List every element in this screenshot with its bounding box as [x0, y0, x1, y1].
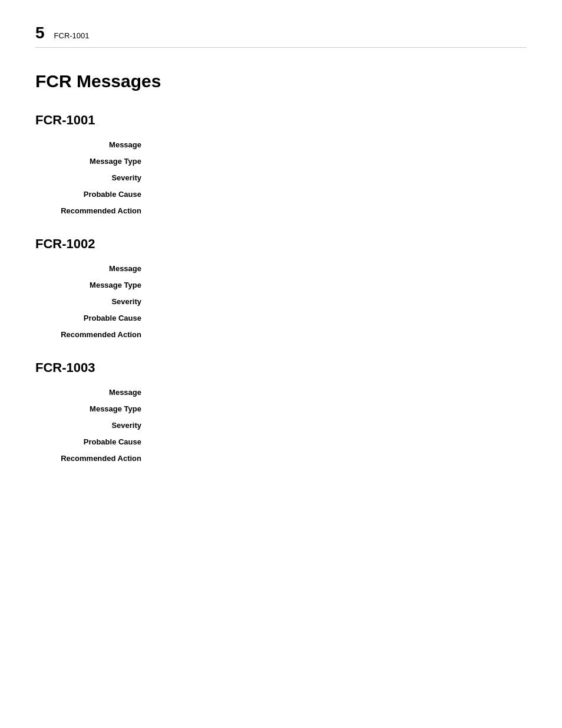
- field-label-1-2: Severity: [35, 297, 153, 306]
- field-label-0-2: Severity: [35, 173, 153, 182]
- field-label-2-4: Recommended Action: [35, 453, 153, 463]
- message-section-fcr-1002: FCR-1002MessageMessage TypeSeverityProba…: [35, 236, 527, 339]
- field-row-0-1: Message Type: [35, 156, 527, 166]
- page-number: 5: [35, 24, 45, 42]
- field-row-0-3: Probable Cause: [35, 189, 527, 199]
- field-row-1-0: Message: [35, 263, 527, 273]
- message-section-fcr-1001: FCR-1001MessageMessage TypeSeverityProba…: [35, 113, 527, 215]
- field-row-0-0: Message: [35, 140, 527, 149]
- field-row-2-0: Message: [35, 387, 527, 397]
- message-section-fcr-1003: FCR-1003MessageMessage TypeSeverityProba…: [35, 360, 527, 463]
- page-header-subtitle: FCR-1001: [54, 31, 90, 40]
- messages-container: FCR-1001MessageMessage TypeSeverityProba…: [35, 113, 527, 463]
- message-id-fcr-1002: FCR-1002: [35, 236, 527, 252]
- field-row-1-1: Message Type: [35, 280, 527, 289]
- field-label-2-1: Message Type: [35, 404, 153, 413]
- field-row-0-4: Recommended Action: [35, 206, 527, 215]
- field-label-0-0: Message: [35, 140, 153, 149]
- message-id-fcr-1001: FCR-1001: [35, 113, 527, 128]
- field-row-1-3: Probable Cause: [35, 313, 527, 322]
- field-row-2-1: Message Type: [35, 404, 527, 413]
- field-label-1-0: Message: [35, 263, 153, 273]
- field-row-2-3: Probable Cause: [35, 437, 527, 446]
- chapter-title: FCR Messages: [35, 71, 527, 91]
- field-label-0-1: Message Type: [35, 156, 153, 166]
- field-label-0-3: Probable Cause: [35, 189, 153, 199]
- field-row-0-2: Severity: [35, 173, 527, 182]
- field-row-1-2: Severity: [35, 297, 527, 306]
- field-label-0-4: Recommended Action: [35, 206, 153, 215]
- field-row-2-4: Recommended Action: [35, 453, 527, 463]
- field-label-1-1: Message Type: [35, 280, 153, 289]
- field-row-2-2: Severity: [35, 420, 527, 430]
- page-header: 5 FCR-1001: [35, 24, 527, 48]
- field-label-1-4: Recommended Action: [35, 330, 153, 339]
- field-label-2-2: Severity: [35, 420, 153, 430]
- field-row-1-4: Recommended Action: [35, 330, 527, 339]
- field-label-2-3: Probable Cause: [35, 437, 153, 446]
- field-label-2-0: Message: [35, 387, 153, 397]
- field-label-1-3: Probable Cause: [35, 313, 153, 322]
- page-container: 5 FCR-1001 FCR Messages FCR-1001MessageM…: [0, 0, 562, 519]
- message-id-fcr-1003: FCR-1003: [35, 360, 527, 375]
